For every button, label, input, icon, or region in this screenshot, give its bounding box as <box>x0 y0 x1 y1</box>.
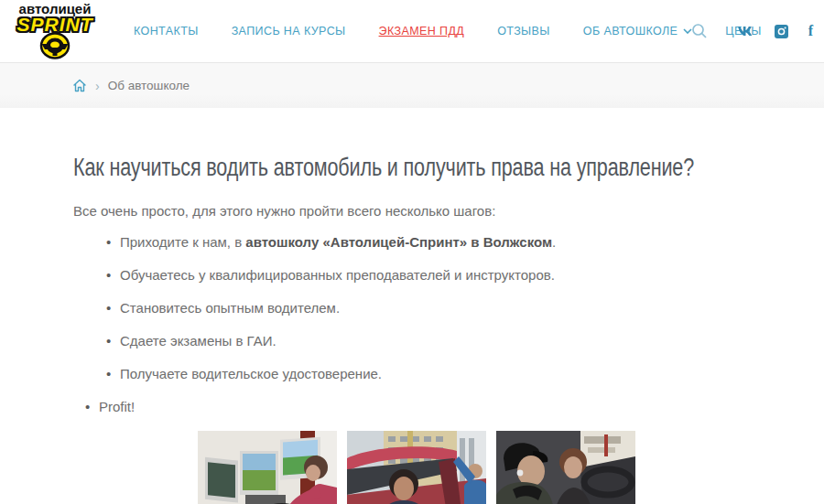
nav-item-enroll[interactable]: ЗАПИСЬ НА КУРСЫ <box>232 25 346 38</box>
profit-item: Profit! <box>73 398 751 416</box>
nav-item-exam-pdd[interactable]: ЭКЗАМЕН ПДД <box>379 25 465 38</box>
breadcrumb: › Об автошколе <box>0 62 824 108</box>
photo-row <box>198 431 751 504</box>
home-icon[interactable] <box>72 79 87 92</box>
student-in-car-photo <box>347 431 486 504</box>
steps-list: Приходите к нам, в автошколу «Автолицей-… <box>73 233 751 416</box>
step-item-4: Сдаете экзамены в ГАИ. <box>73 332 751 350</box>
step-item-3: Становитесь опытным водителем. <box>73 299 751 317</box>
step-item-2: Обучаетесь у квалифицированных преподава… <box>73 266 751 284</box>
nav-item-contacts[interactable]: КОНТАКТЫ <box>134 25 199 38</box>
nav-item-reviews[interactable]: ОТЗЫВЫ <box>497 25 550 38</box>
driving-simulator-photo <box>198 431 337 504</box>
intro-text: Все очень просто, для этого нужно пройти… <box>73 202 751 220</box>
main-content: Как научиться водить автомобиль и получи… <box>0 108 824 504</box>
page: автолицей SPRINT КОНТАКТЫ ЗАПИСЬ НА КУРС… <box>0 0 824 504</box>
breadcrumb-separator: › <box>95 79 100 93</box>
step-item-5: Получаете водительское удостоверение. <box>73 365 751 383</box>
header-icons: f <box>691 0 813 62</box>
search-icon[interactable] <box>691 23 708 39</box>
site-logo[interactable]: автолицей SPRINT <box>9 2 101 59</box>
main-nav: КОНТАКТЫ ЗАПИСЬ НА КУРСЫ ЭКЗАМЕН ПДД ОТЗ… <box>134 0 762 62</box>
nav-item-about-school[interactable]: ОБ АВТОШКОЛЕ <box>583 25 693 38</box>
breadcrumb-current: Об автошколе <box>108 79 190 92</box>
instagram-icon[interactable] <box>775 25 788 38</box>
vk-icon[interactable] <box>737 26 754 37</box>
step-item-1: Приходите к нам, в автошколу «Автолицей-… <box>73 233 751 252</box>
steering-wheel-icon <box>39 32 70 59</box>
school-name-bold: автошколу «Автолицей-Спринт» в Волжском <box>245 234 552 250</box>
logo-text-bottom: SPRINT <box>9 16 101 33</box>
instructor-and-student-photo <box>496 431 635 504</box>
page-title: Как научиться водить автомобиль и получи… <box>73 154 694 182</box>
facebook-icon[interactable]: f <box>808 23 813 39</box>
site-header: автолицей SPRINT КОНТАКТЫ ЗАПИСЬ НА КУРС… <box>0 0 824 62</box>
